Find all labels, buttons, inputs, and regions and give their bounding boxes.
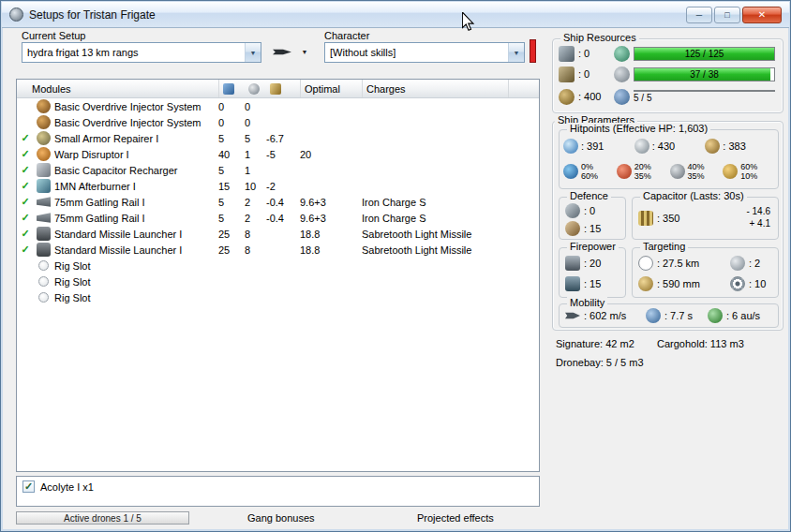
drone-list-item[interactable]: ✓ Acolyte I x1 <box>17 477 539 496</box>
max-targets-icon <box>730 256 745 271</box>
dropdown-arrow-icon[interactable]: ▼ <box>245 43 261 62</box>
module-capacitor-value: -2 <box>266 181 300 192</box>
powergrid-icon <box>614 66 630 82</box>
module-capacitor-value: -0.4 <box>266 197 300 208</box>
module-cpu-value: 5 <box>218 197 245 208</box>
module-powergrid-value: 1 <box>245 165 266 176</box>
gang-bonuses-link[interactable]: Gang bonuses <box>247 512 315 524</box>
module-row[interactable]: Basic Overdrive Injector System 0 0 <box>17 98 539 114</box>
character-label: Character <box>324 30 369 41</box>
thermal-shield-resist: 20% <box>634 162 651 171</box>
armor-icon <box>634 139 649 154</box>
module-capacitor-value: -5 <box>266 149 300 160</box>
rig-slot-icon <box>38 292 49 303</box>
module-row[interactable]: ✓ Small Armor Repairer I 5 5 -6.7 <box>17 130 539 146</box>
ship-menu-arrow[interactable]: ▼ <box>298 45 311 59</box>
module-row[interactable]: ✓ 1MN Afterburner I 15 10 -2 <box>17 178 539 194</box>
module-row[interactable]: Rig Slot <box>17 273 539 289</box>
module-name: Basic Overdrive Injector System <box>54 101 218 112</box>
header-optimal[interactable]: Optimal <box>300 80 362 97</box>
close-button[interactable]: ✕ <box>742 7 782 23</box>
module-cpu-value: 40 <box>218 149 245 160</box>
powergrid-resource-row: : 0 37 / 38 <box>559 66 775 82</box>
railgun-icon <box>37 195 51 209</box>
fitted-check-icon: ✓ <box>17 212 34 224</box>
header-powergrid[interactable] <box>245 80 266 97</box>
dropdown-arrow-icon[interactable]: ▼ <box>508 43 524 62</box>
module-name: 75mm Gatling Rail I <box>54 213 218 224</box>
capacitor-column-icon <box>270 83 281 95</box>
module-row[interactable]: Rig Slot <box>17 258 539 273</box>
module-row[interactable]: ✓ 75mm Gatling Rail I 5 2 -0.4 9.6+3 Iro… <box>17 210 539 226</box>
module-row[interactable]: Rig Slot <box>17 289 539 305</box>
header-cpu[interactable] <box>218 80 245 97</box>
module-row[interactable]: ✓ Standard Missile Launcher I 25 8 18.8 … <box>17 226 539 242</box>
ship-resources-title: Ship Resources <box>560 32 639 43</box>
module-row[interactable]: Basic Overdrive Injector System 0 0 <box>17 114 539 130</box>
rig-slot-icon <box>38 276 49 287</box>
warp-speed-value: : 6 au/s <box>726 310 760 321</box>
header-capacitor[interactable] <box>266 80 300 97</box>
missile-launcher-icon <box>37 227 51 241</box>
fitted-check-icon: ✓ <box>17 132 34 144</box>
ship-parameters-group: Ship Parameters Hitpoints (Effective HP:… <box>552 121 784 331</box>
targeting-range-value: : 27.5 km <box>657 258 699 269</box>
launcher-hardpoints-value: : 0 <box>578 68 610 80</box>
warp-speed-icon <box>708 308 723 323</box>
current-setup-combo[interactable]: hydra frigat 13 km rangs ▼ <box>22 42 261 63</box>
character-value: [Without skills] <box>325 47 508 58</box>
module-cpu-value: 25 <box>218 229 245 240</box>
turret-dps-icon <box>565 256 580 271</box>
max-velocity-icon <box>565 308 580 323</box>
shield-hp-value: : 391 <box>581 140 604 152</box>
fitted-check-icon: ✓ <box>17 196 34 208</box>
character-combo[interactable]: [Without skills] ▼ <box>324 42 525 63</box>
active-drones-label: Active drones 1 / 5 <box>64 513 142 524</box>
firepower-group: Firepower : 20 : 15 <box>559 247 626 298</box>
module-row[interactable]: ✓ Warp Disruptor I 40 1 -5 20 <box>17 146 539 162</box>
structure-icon <box>705 139 720 154</box>
active-drones-bar[interactable]: Active drones 1 / 5 <box>16 511 189 525</box>
check-icon: ✓ <box>24 481 33 492</box>
module-name: Rig Slot <box>54 260 218 272</box>
powergrid-column-icon <box>248 83 260 95</box>
minimize-button[interactable]: ─ <box>686 7 712 23</box>
titlebar[interactable]: Setups for Tristan Frigate ─ □ ✕ <box>2 2 789 28</box>
fitted-check-icon: ✓ <box>17 180 34 192</box>
module-optimal-value: 18.8 <box>300 244 362 256</box>
signature-stat: Signature: 42 m2 <box>556 338 634 349</box>
module-name: Basic Capacitor Recharger <box>54 165 218 176</box>
module-powergrid-value: 0 <box>245 117 266 128</box>
minimize-icon: ─ <box>696 10 702 20</box>
calibration-icon <box>559 89 575 105</box>
overdrive-icon <box>37 115 51 129</box>
header-charges[interactable]: Charges <box>362 80 508 97</box>
afterburner-icon <box>37 179 51 193</box>
ship-browser-button[interactable] <box>269 42 295 62</box>
hitpoints-group: Hitpoints (Effective HP: 1,603) : 391 : … <box>559 129 779 189</box>
module-optimal-value: 9.6+3 <box>300 213 362 224</box>
module-row[interactable]: ✓ 75mm Gatling Rail I 5 2 -0.4 9.6+3 Iro… <box>17 194 539 210</box>
rig-slot-icon <box>38 260 49 271</box>
projected-effects-link[interactable]: Projected effects <box>417 512 494 524</box>
fitted-check-icon: ✓ <box>17 228 34 240</box>
mouse-cursor <box>462 12 475 34</box>
module-name: 75mm Gatling Rail I <box>54 197 218 208</box>
explosive-armor-resist: 10% <box>740 171 757 181</box>
module-name: Rig Slot <box>54 292 218 303</box>
module-row[interactable]: ✓ Standard Missile Launcher I 25 8 18.8 … <box>17 242 539 258</box>
maximize-button[interactable]: □ <box>714 7 740 23</box>
shield-recharge-icon <box>565 203 580 218</box>
railgun-icon <box>37 211 51 225</box>
drone-checkbox[interactable]: ✓ <box>22 480 35 493</box>
powergrid-bar-text: 37 / 38 <box>634 68 774 81</box>
close-icon: ✕ <box>758 9 766 20</box>
module-name: Standard Missile Launcher I <box>54 244 218 256</box>
targeting-title: Targeting <box>640 241 688 252</box>
sensor-strength-icon <box>730 276 745 291</box>
header-modules[interactable]: Modules <box>17 80 218 97</box>
module-row[interactable]: ✓ Basic Capacitor Recharger 5 1 <box>17 162 539 178</box>
module-cpu-value: 0 <box>218 117 245 128</box>
modules-rows: Basic Overdrive Injector System 0 0 Basi… <box>17 98 539 471</box>
capacitor-recharge-value: + 4.1 <box>746 217 770 229</box>
